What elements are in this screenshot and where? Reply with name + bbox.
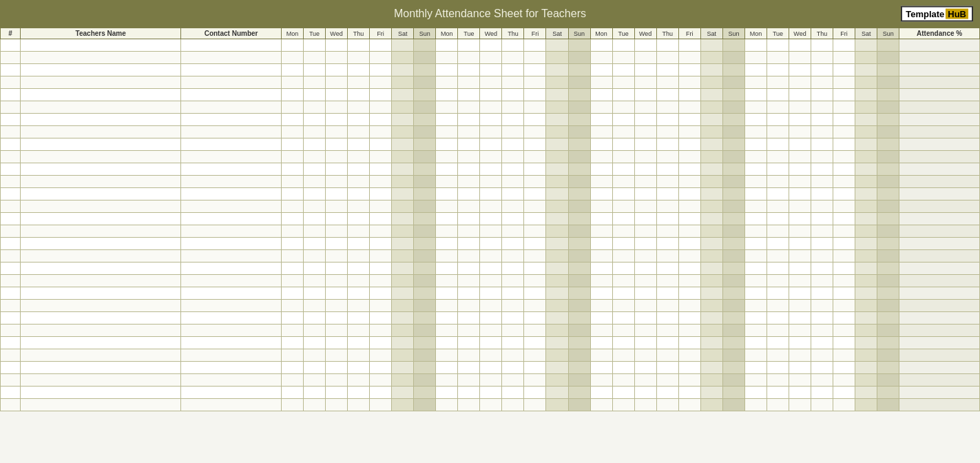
cell-w3-thu[interactable] (656, 163, 678, 176)
cell-w1-sun[interactable] (414, 163, 436, 176)
cell-w3-sun[interactable] (722, 52, 744, 64)
cell-w4-wed[interactable] (789, 275, 811, 287)
cell-w4-tue[interactable] (767, 89, 789, 101)
cell-w1-wed[interactable] (326, 263, 348, 275)
cell-w1-sat[interactable] (392, 325, 414, 337)
cell-hash[interactable] (1, 374, 21, 387)
cell-w2-wed[interactable] (480, 362, 502, 374)
cell-attendance[interactable] (899, 263, 980, 275)
cell-name[interactable] (21, 89, 181, 101)
cell-w2-wed[interactable] (480, 238, 502, 250)
cell-w3-sat[interactable] (700, 337, 722, 349)
cell-w4-sun[interactable] (877, 163, 899, 176)
cell-w1-fri[interactable] (370, 52, 392, 64)
cell-w2-thu[interactable] (502, 114, 524, 126)
cell-w3-sun[interactable] (722, 188, 744, 200)
cell-w2-sun[interactable] (568, 126, 590, 138)
cell-w2-fri[interactable] (524, 275, 546, 287)
cell-hash[interactable] (1, 387, 21, 399)
cell-w1-thu[interactable] (348, 325, 370, 337)
cell-w2-tue[interactable] (458, 188, 480, 200)
cell-contact[interactable] (181, 39, 282, 52)
cell-w3-mon[interactable] (590, 250, 612, 263)
cell-w2-thu[interactable] (502, 64, 524, 76)
cell-w1-wed[interactable] (326, 349, 348, 362)
cell-w4-sun[interactable] (877, 151, 899, 163)
cell-w2-thu[interactable] (502, 213, 524, 225)
cell-w3-fri[interactable] (678, 374, 700, 387)
cell-w3-fri[interactable] (678, 287, 700, 300)
cell-w1-sun[interactable] (414, 312, 436, 325)
cell-w1-sun[interactable] (414, 64, 436, 76)
cell-w1-thu[interactable] (348, 39, 370, 52)
cell-w4-wed[interactable] (789, 64, 811, 76)
cell-w1-tue[interactable] (303, 163, 325, 176)
cell-w2-thu[interactable] (502, 39, 524, 52)
cell-w1-wed[interactable] (326, 399, 348, 411)
cell-w3-mon[interactable] (590, 349, 612, 362)
cell-w1-mon[interactable] (281, 263, 303, 275)
cell-w4-sun[interactable] (877, 188, 899, 200)
cell-w3-thu[interactable] (656, 188, 678, 200)
cell-w4-wed[interactable] (789, 250, 811, 263)
cell-w2-sun[interactable] (568, 362, 590, 374)
cell-w2-sun[interactable] (568, 399, 590, 411)
cell-w1-sun[interactable] (414, 200, 436, 213)
cell-w1-wed[interactable] (326, 200, 348, 213)
cell-w4-fri[interactable] (833, 300, 855, 312)
cell-contact[interactable] (181, 263, 282, 275)
cell-w4-wed[interactable] (789, 362, 811, 374)
cell-w4-thu[interactable] (811, 399, 833, 411)
cell-w1-tue[interactable] (303, 225, 325, 238)
cell-w2-sun[interactable] (568, 76, 590, 89)
cell-w2-thu[interactable] (502, 101, 524, 114)
cell-w1-mon[interactable] (281, 349, 303, 362)
cell-w2-sun[interactable] (568, 114, 590, 126)
cell-w1-sun[interactable] (414, 263, 436, 275)
cell-w2-sun[interactable] (568, 39, 590, 52)
cell-attendance[interactable] (899, 64, 980, 76)
cell-w3-fri[interactable] (678, 263, 700, 275)
cell-w2-tue[interactable] (458, 151, 480, 163)
cell-w3-mon[interactable] (590, 374, 612, 387)
cell-hash[interactable] (1, 89, 21, 101)
cell-w3-thu[interactable] (656, 287, 678, 300)
cell-w2-sun[interactable] (568, 349, 590, 362)
cell-w1-thu[interactable] (348, 275, 370, 287)
cell-w4-mon[interactable] (744, 275, 767, 287)
cell-w1-fri[interactable] (370, 151, 392, 163)
cell-w2-fri[interactable] (524, 39, 546, 52)
cell-contact[interactable] (181, 250, 282, 263)
cell-w2-tue[interactable] (458, 163, 480, 176)
cell-w3-wed[interactable] (634, 76, 656, 89)
cell-w3-tue[interactable] (612, 76, 634, 89)
cell-hash[interactable] (1, 312, 21, 325)
cell-w3-thu[interactable] (656, 126, 678, 138)
cell-w3-wed[interactable] (634, 238, 656, 250)
cell-w1-wed[interactable] (326, 52, 348, 64)
cell-attendance[interactable] (899, 151, 980, 163)
cell-w2-tue[interactable] (458, 101, 480, 114)
cell-w2-tue[interactable] (458, 325, 480, 337)
cell-w1-sun[interactable] (414, 89, 436, 101)
cell-w2-sat[interactable] (546, 312, 568, 325)
cell-w4-mon[interactable] (744, 89, 767, 101)
cell-w2-tue[interactable] (458, 114, 480, 126)
cell-w1-sat[interactable] (392, 275, 414, 287)
cell-w3-wed[interactable] (634, 213, 656, 225)
cell-w2-thu[interactable] (502, 312, 524, 325)
cell-w3-sun[interactable] (722, 176, 744, 188)
cell-w2-fri[interactable] (524, 163, 546, 176)
cell-w3-sat[interactable] (700, 188, 722, 200)
cell-w3-tue[interactable] (612, 126, 634, 138)
cell-w4-sat[interactable] (855, 52, 877, 64)
cell-w3-fri[interactable] (678, 399, 700, 411)
cell-w1-mon[interactable] (281, 213, 303, 225)
cell-w4-thu[interactable] (811, 39, 833, 52)
cell-w1-sat[interactable] (392, 399, 414, 411)
cell-w3-mon[interactable] (590, 387, 612, 399)
cell-w4-tue[interactable] (767, 312, 789, 325)
cell-w3-fri[interactable] (678, 225, 700, 238)
cell-w1-thu[interactable] (348, 250, 370, 263)
cell-w4-fri[interactable] (833, 52, 855, 64)
